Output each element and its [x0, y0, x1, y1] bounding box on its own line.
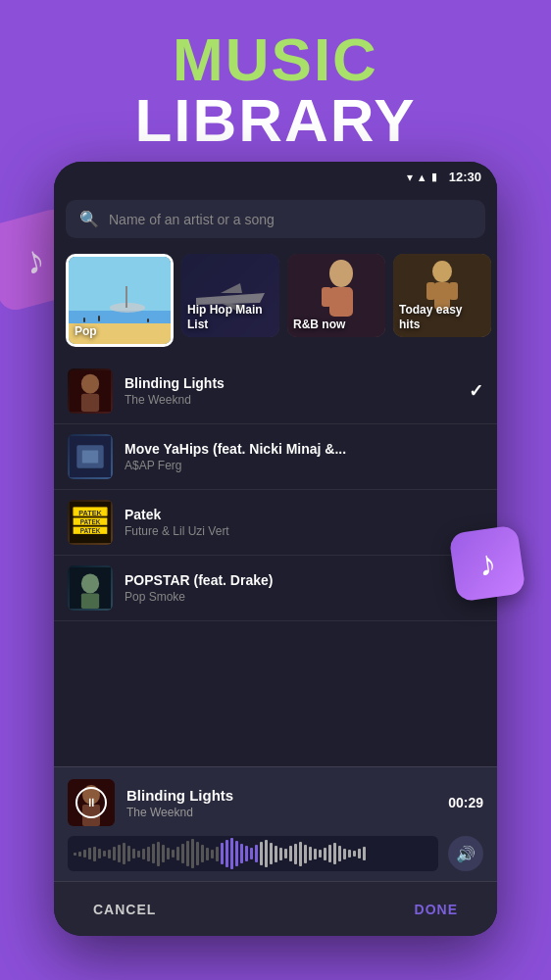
- playlist-label-hiphop: Hip Hop Main List: [187, 303, 274, 331]
- song-info-4: POPSTAR (feat. Drake) Pop Smoke: [125, 572, 483, 604]
- song-info-2: Move YaHips (feat. Nicki Minaj &... A$AP…: [125, 441, 483, 472]
- svg-text:PATEK: PATEK: [80, 518, 101, 525]
- song-thumb-3: PATEK PATEK PATEK: [68, 500, 113, 545]
- svg-rect-21: [449, 282, 458, 300]
- svg-rect-15: [322, 287, 331, 307]
- song-artist-2: A$AP Ferg: [125, 459, 483, 472]
- waveform[interactable]: [68, 836, 438, 871]
- now-playing-pause-button[interactable]: ⏸: [75, 787, 107, 818]
- song-artist-4: Pop Smoke: [125, 590, 483, 604]
- now-playing-time: 00:29: [448, 795, 483, 810]
- song-check-1: ✓: [469, 380, 483, 402]
- svg-point-18: [432, 261, 452, 282]
- svg-rect-38: [81, 593, 99, 609]
- cancel-button[interactable]: CANCEL: [93, 902, 156, 917]
- svg-rect-24: [81, 394, 99, 412]
- svg-rect-5: [83, 318, 85, 322]
- now-playing-info: Blinding Lights The Weeknd: [126, 787, 436, 819]
- playlist-label-today: Today easy hits: [399, 303, 485, 331]
- svg-rect-27: [82, 451, 98, 464]
- waveform-container: 🔊: [68, 836, 483, 871]
- svg-point-37: [81, 573, 99, 593]
- app-title-music: MUSIC: [0, 29, 551, 90]
- search-placeholder: Name of an artist or a song: [109, 212, 275, 227]
- song-item-1[interactable]: Blinding Lights The Weeknd ✓: [54, 359, 497, 424]
- search-icon: 🔍: [79, 210, 99, 228]
- song-thumb-1: [68, 368, 113, 414]
- song-title-1: Blinding Lights: [125, 375, 457, 391]
- playlist-label-rnb: R&B now: [293, 318, 345, 331]
- app-title-library: LIBRARY: [0, 90, 551, 151]
- bottom-actions: CANCEL DONE: [54, 881, 497, 936]
- playlist-card-today[interactable]: Today easy hits: [393, 254, 491, 337]
- svg-rect-16: [341, 287, 351, 307]
- done-button[interactable]: DONE: [415, 902, 458, 917]
- svg-rect-20: [426, 282, 435, 300]
- phone-frame: ▾ ▲ ▮ 12:30 🔍 Name of an artist or a son…: [54, 162, 497, 936]
- now-playing-title: Blinding Lights: [126, 787, 436, 804]
- app-header: MUSIC LIBRARY: [0, 29, 551, 151]
- song-thumb-art-2: [68, 434, 113, 479]
- now-playing-bar: ⏸ Blinding Lights The Weeknd 00:29 🔊: [54, 766, 497, 881]
- now-playing-artist: The Weeknd: [126, 806, 436, 819]
- song-info-1: Blinding Lights The Weeknd: [125, 375, 457, 407]
- playlist-row: Pop Hip Hop Main List: [54, 246, 497, 355]
- song-title-4: POPSTAR (feat. Drake): [125, 572, 483, 588]
- svg-text:PATEK: PATEK: [80, 527, 101, 534]
- song-item-2[interactable]: Move YaHips (feat. Nicki Minaj &... A$AP…: [54, 424, 497, 490]
- status-bar: ▾ ▲ ▮ 12:30: [54, 162, 497, 192]
- playlist-card-pop[interactable]: Pop: [66, 254, 174, 347]
- deco-music-icon-left: ♪: [20, 236, 50, 284]
- playlist-label-pop: Pop: [75, 324, 97, 338]
- svg-rect-6: [98, 316, 100, 321]
- battery-icon: ▮: [431, 171, 437, 183]
- svg-rect-4: [125, 286, 127, 308]
- now-playing-top: ⏸ Blinding Lights The Weeknd 00:29: [68, 779, 483, 826]
- song-title-3: Patek: [125, 507, 483, 522]
- signal-icon: ▾: [407, 171, 413, 184]
- music-badge-icon: ♪: [476, 542, 499, 585]
- svg-point-23: [81, 374, 99, 394]
- song-artist-1: The Weeknd: [125, 393, 457, 407]
- song-title-2: Move YaHips (feat. Nicki Minaj &...: [125, 441, 483, 457]
- playlist-card-rnb[interactable]: R&B now: [287, 254, 385, 337]
- song-item-3[interactable]: PATEK PATEK PATEK Patek Future & Lil Uzi…: [54, 490, 497, 556]
- song-thumb-art-3: PATEK PATEK PATEK: [68, 500, 113, 545]
- song-item-4[interactable]: POPSTAR (feat. Drake) Pop Smoke: [54, 556, 497, 621]
- song-thumb-2: [68, 434, 113, 479]
- pause-icon: ⏸: [85, 796, 97, 809]
- song-info-3: Patek Future & Lil Uzi Vert: [125, 507, 483, 538]
- wifi-icon: ▲: [417, 172, 427, 183]
- playlist-card-hiphop[interactable]: Hip Hop Main List: [181, 254, 279, 337]
- status-icons: ▾ ▲ ▮: [407, 171, 437, 184]
- svg-text:PATEK: PATEK: [78, 509, 102, 517]
- music-badge: ♪: [448, 524, 526, 602]
- song-thumb-art-4: [68, 565, 113, 611]
- song-list: Blinding Lights The Weeknd ✓ Move YaHips…: [54, 355, 497, 625]
- song-thumb-art-1: [68, 368, 113, 414]
- song-artist-3: Future & Lil Uzi Vert: [125, 524, 483, 538]
- svg-rect-7: [147, 318, 149, 322]
- now-playing-thumb: ⏸: [68, 779, 115, 826]
- search-bar[interactable]: 🔍 Name of an artist or a song: [66, 200, 485, 238]
- volume-button[interactable]: 🔊: [448, 836, 483, 871]
- svg-point-13: [329, 260, 353, 287]
- song-thumb-4: [68, 565, 113, 611]
- volume-icon: 🔊: [456, 845, 476, 863]
- status-time: 12:30: [449, 170, 481, 184]
